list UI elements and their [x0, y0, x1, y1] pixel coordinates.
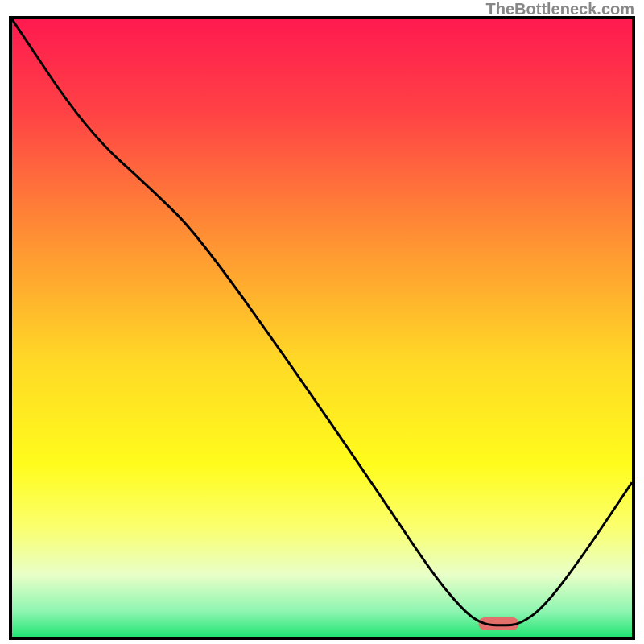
background-gradient — [12, 19, 632, 637]
chart-frame — [9, 16, 635, 640]
chart-plot — [12, 19, 632, 637]
